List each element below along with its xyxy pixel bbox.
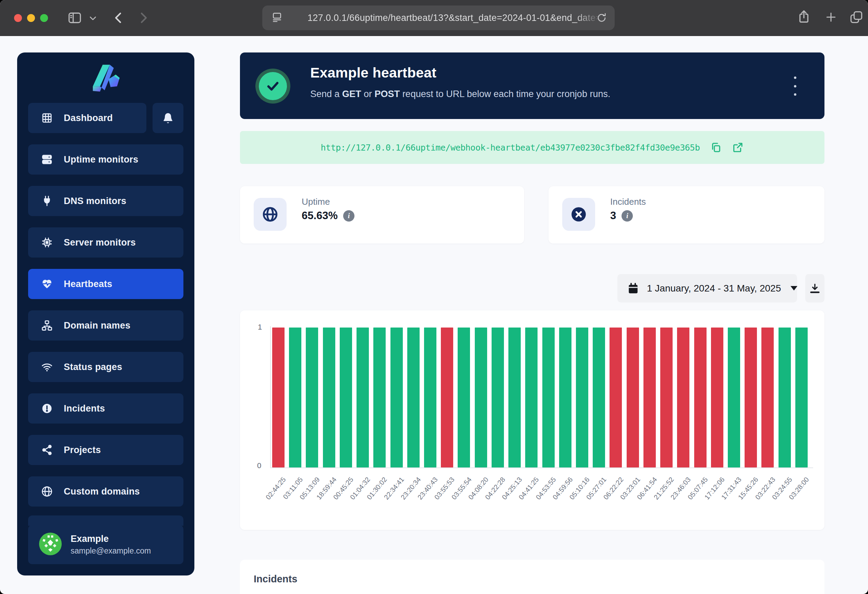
chart-bar[interactable] — [289, 328, 301, 467]
sidebar-item-label: Dashboard — [64, 113, 113, 123]
server-stack-icon — [41, 154, 53, 165]
browser-toolbar: 127.0.0.1/66uptime/heartbeat/13?&start_d… — [0, 0, 868, 36]
chart-bar[interactable] — [778, 328, 791, 467]
sidebar: DashboardUptime monitorsDNS monitorsServ… — [17, 52, 194, 575]
chart-bar[interactable] — [492, 328, 504, 467]
chart-bar[interactable] — [458, 328, 470, 467]
address-bar[interactable]: 127.0.0.1/66uptime/heartbeat/13?&start_d… — [262, 6, 615, 30]
chart-bar[interactable] — [441, 328, 453, 467]
sidebar-item-custom-domains[interactable]: Custom domains — [28, 476, 183, 507]
chart-bar[interactable] — [559, 328, 571, 467]
chart-bar[interactable] — [711, 328, 723, 467]
share-icon[interactable] — [796, 9, 812, 25]
forward-button-icon[interactable] — [135, 10, 152, 26]
chart-bar[interactable] — [272, 328, 285, 467]
wifi-icon — [41, 361, 53, 373]
chart-bar[interactable] — [593, 328, 605, 467]
sidebar-item-label: DNS monitors — [64, 196, 126, 207]
sidebar-item-dns-monitors[interactable]: DNS monitors — [28, 186, 183, 216]
sidebar-item-label: Status pages — [64, 362, 122, 372]
webhook-url-bar: http://127.0.0.1/66uptime/webhook-heartb… — [240, 131, 824, 164]
page-settings-icon[interactable] — [271, 11, 283, 24]
y-axis-tick-top: 1 — [258, 323, 262, 332]
globe-icon — [254, 198, 286, 231]
chart-bar[interactable] — [508, 328, 521, 467]
tab-overview-icon[interactable] — [849, 10, 864, 25]
chart-bars — [271, 328, 811, 467]
chart-bar[interactable] — [424, 328, 436, 467]
window-zoom-button[interactable] — [40, 14, 48, 22]
info-icon[interactable]: i — [343, 210, 354, 222]
browser-window: 127.0.0.1/66uptime/heartbeat/13?&start_d… — [0, 0, 868, 594]
sidebar-item-label: Custom domains — [64, 486, 140, 497]
download-button[interactable] — [805, 274, 824, 303]
sidebar-item-dashboard[interactable]: Dashboard — [28, 103, 146, 133]
uptime-stat-card: Uptime 65.63% i — [240, 186, 524, 244]
chart-bar[interactable] — [677, 328, 689, 467]
sidebar-item-domain-names[interactable]: Domain names — [28, 310, 183, 341]
user-account-card[interactable]: Example sample@example.com — [28, 525, 183, 564]
chart-bar[interactable] — [340, 328, 352, 467]
date-range-picker[interactable]: 1 January, 2024 - 31 May, 2025 — [617, 274, 797, 303]
uptime-value: 65.63% — [302, 210, 338, 222]
globe-icon — [41, 486, 53, 497]
info-icon[interactable]: i — [621, 210, 633, 222]
chart-bar[interactable] — [373, 328, 386, 467]
new-tab-icon[interactable] — [824, 10, 838, 24]
chart-bar[interactable] — [323, 328, 335, 467]
incidents-label: Incidents — [610, 197, 646, 207]
caret-down-icon — [791, 286, 797, 291]
heartbeat-header-card: Example heartbeat Send a GET or POST req… — [240, 52, 824, 119]
chart-bar[interactable] — [660, 328, 673, 467]
grid-icon — [41, 112, 53, 124]
app-logo-icon[interactable] — [17, 64, 194, 92]
sidebar-item-label: Incidents — [64, 403, 105, 414]
sidebar-nav: DashboardUptime monitorsDNS monitorsServ… — [28, 103, 183, 518]
reload-icon[interactable] — [596, 12, 607, 25]
chart-bar[interactable] — [694, 328, 707, 467]
chart-bar[interactable] — [525, 328, 537, 467]
chart-bar[interactable] — [728, 328, 740, 467]
chart-bar[interactable] — [576, 328, 588, 467]
webhook-url-text: http://127.0.0.1/66uptime/webhook-heartb… — [321, 143, 700, 153]
external-link-icon[interactable] — [732, 142, 744, 153]
chart-bar[interactable] — [644, 328, 656, 467]
chart-bar[interactable] — [306, 328, 318, 467]
chart-bar[interactable] — [407, 328, 419, 467]
chart-bar[interactable] — [795, 328, 807, 467]
y-axis-tick-bottom: 0 — [257, 461, 261, 470]
url-text: 127.0.0.1/66uptime/heartbeat/13?&start_d… — [307, 13, 601, 23]
sidebar-toggle-icon[interactable] — [67, 10, 82, 25]
incidents-stat-card: Incidents 3 i — [549, 186, 824, 244]
x-axis-line — [270, 467, 813, 468]
share-nodes-icon — [41, 444, 53, 456]
notifications-button[interactable] — [152, 103, 183, 133]
sidebar-item-label: Server monitors — [64, 237, 136, 248]
chart-bar[interactable] — [475, 328, 487, 467]
chart-bar[interactable] — [542, 328, 555, 467]
chevron-down-icon[interactable] — [89, 14, 97, 23]
page-subtitle: Send a GET or POST request to URL below … — [310, 89, 610, 99]
chart-bar[interactable] — [390, 328, 403, 467]
sidebar-item-projects[interactable]: Projects — [28, 435, 183, 465]
window-minimize-button[interactable] — [27, 14, 35, 22]
chart-bar[interactable] — [627, 328, 639, 467]
sidebar-item-label: Uptime monitors — [64, 154, 139, 165]
chart-bar[interactable] — [745, 328, 757, 467]
sidebar-item-server-monitors[interactable]: Server monitors — [28, 228, 183, 257]
page-title: Example heartbeat — [310, 65, 436, 81]
alert-circle-icon — [41, 403, 53, 414]
back-button-icon[interactable] — [111, 10, 127, 26]
chart-bar[interactable] — [762, 328, 774, 467]
sidebar-item-incidents[interactable]: Incidents — [28, 393, 183, 424]
window-close-button[interactable] — [14, 14, 22, 22]
sidebar-item-uptime-monitors[interactable]: Uptime monitors — [28, 144, 183, 174]
sidebar-item-heartbeats[interactable]: Heartbeats — [28, 269, 183, 299]
incidents-section: Incidents — [240, 560, 824, 594]
chart-bar[interactable] — [357, 328, 369, 467]
chart-bar[interactable] — [610, 328, 622, 467]
more-options-button[interactable] — [788, 77, 802, 96]
status-up-icon — [255, 69, 290, 103]
copy-icon[interactable] — [710, 142, 722, 153]
sidebar-item-status-pages[interactable]: Status pages — [28, 352, 183, 382]
